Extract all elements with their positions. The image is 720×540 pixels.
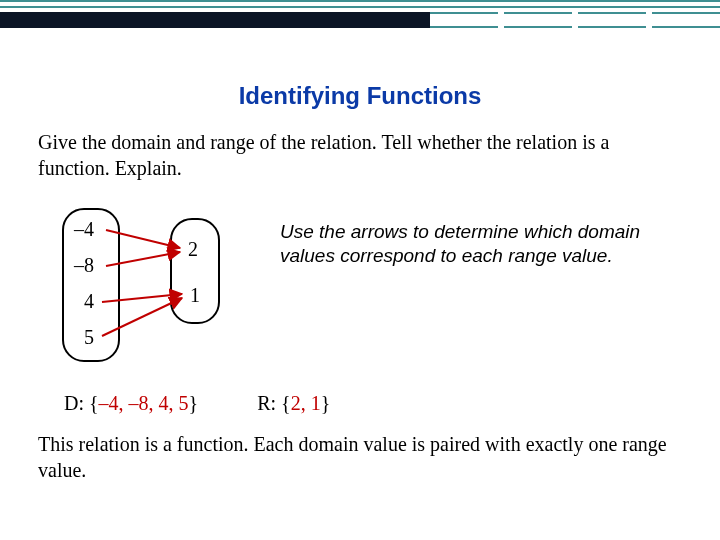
domain-value: –8 — [74, 254, 94, 277]
mapping-diagram: –4 –8 4 5 2 1 Use the arrows to determin… — [62, 208, 662, 378]
range-container — [170, 218, 220, 324]
domain-value: 5 — [84, 326, 94, 349]
question-prompt: Give the domain and range of the relatio… — [38, 130, 682, 181]
domain-values: –4, –8, 4, 5 — [99, 392, 189, 414]
domain-range-answer: D: {–4, –8, 4, 5} R: {2, 1} — [64, 392, 330, 415]
domain-value: 4 — [84, 290, 94, 313]
slide-title: Identifying Functions — [0, 82, 720, 110]
conclusion-text: This relation is a function. Each domain… — [38, 432, 682, 483]
range-values: 2, 1 — [291, 392, 321, 414]
range-value: 1 — [190, 284, 200, 307]
range-value: 2 — [188, 238, 198, 261]
brace-close: } — [189, 392, 199, 414]
brace-close: } — [321, 392, 331, 414]
slide: { "title": "Identifying Functions", "pro… — [0, 0, 720, 540]
hint-text: Use the arrows to determine which domain… — [280, 220, 650, 268]
range-label: R: { — [257, 392, 291, 414]
domain-value: –4 — [74, 218, 94, 241]
domain-label: D: { — [64, 392, 99, 414]
header-decoration — [0, 0, 720, 36]
